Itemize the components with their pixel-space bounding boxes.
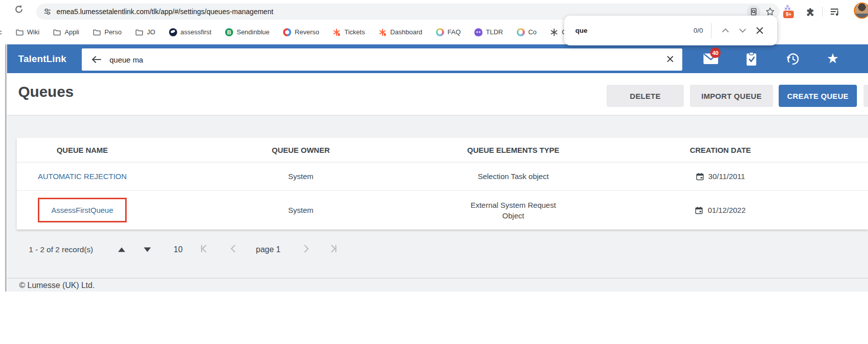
footer-copyright: © Lumesse (UK) Ltd. (19, 281, 95, 290)
bookmark-label: JO (147, 28, 155, 36)
bookmark-label: FAQ (448, 28, 461, 36)
bookmark-item-jo[interactable]: JO (135, 28, 155, 36)
bookmark-star-icon[interactable] (766, 7, 775, 16)
reverso-icon (283, 28, 291, 36)
bookmark-label: Wiki (27, 28, 40, 36)
back-arrow-icon[interactable] (91, 55, 102, 64)
column-header-queue-name[interactable]: QUEUE NAME (17, 146, 148, 154)
creation-date-text: 01/12/2022 (708, 206, 745, 214)
bookmark-item-co[interactable]: Co (517, 28, 537, 36)
bookmark-item-wiki[interactable]: Wiki (16, 28, 40, 36)
page-size-increase-icon[interactable] (118, 248, 125, 252)
bookmark-item-assessfirst[interactable]: assessfirst (169, 28, 211, 36)
table-header-row: QUEUE NAME QUEUE OWNER QUEUE ELEMENTS TY… (17, 138, 868, 162)
bookmark-label: Sendinblue (237, 28, 269, 36)
import-queue-button[interactable]: IMPORT QUEUE (690, 85, 773, 107)
reading-list-icon[interactable] (830, 7, 840, 16)
clear-search-icon[interactable] (666, 55, 674, 65)
bookmark-label: assessfirst (181, 28, 211, 36)
profile-avatar[interactable] (854, 3, 868, 19)
extension-notification-icon[interactable]: ⁂ 9+ (783, 4, 798, 19)
find-match-count: 0/0 (693, 27, 703, 34)
first-page-icon[interactable] (200, 243, 208, 256)
extension-badge-count: 9+ (783, 11, 794, 18)
creation-date-text: 30/11/2011 (709, 172, 745, 181)
bookmark-item-tickets[interactable]: Tickets (333, 28, 365, 36)
history-icon[interactable] (786, 44, 800, 73)
bookmark-label: TLDR (486, 28, 503, 36)
hubspot-sprocket-icon (378, 28, 387, 36)
queue-type-cell: Selection Task object (454, 172, 573, 181)
app-header: TalentLink queue ma 40 (7, 44, 868, 73)
table-row: AUTOMATIC REJECTION System Selection Tas… (17, 162, 868, 191)
color-ring-icon (517, 28, 525, 36)
creation-date-cell: 01/12/2022 (573, 206, 868, 214)
partial-button[interactable] (863, 85, 868, 107)
tasks-clipboard-icon[interactable] (746, 44, 757, 73)
last-page-icon[interactable] (330, 243, 338, 256)
bookmark-item-appli[interactable]: Appli (53, 28, 79, 36)
column-header-queue-elements-type[interactable]: QUEUE ELEMENTS TYPE (454, 146, 573, 154)
bookmark-label: Co (528, 28, 537, 36)
app-search-input[interactable]: queue ma (82, 48, 682, 71)
page-title: Queues (18, 83, 74, 100)
bookmark-label: Perso (104, 28, 122, 36)
page-size-value[interactable]: 10 (174, 245, 183, 254)
color-ring-icon (436, 28, 444, 36)
queue-type-cell: External System Request Object (469, 200, 558, 221)
window-edge-divider (5, 44, 7, 292)
current-page-label: page 1 (256, 245, 281, 254)
page-title-bar: Queues DELETE IMPORT QUEUE CREATE QUEUE (7, 73, 868, 116)
folder-icon (93, 28, 101, 36)
mail-badge-count: 40 (710, 47, 721, 58)
talentlink-logo[interactable]: TalentLink (18, 44, 67, 73)
bookmark-item-partial[interactable]: c (0, 28, 2, 36)
bookmark-item-reverso[interactable]: Reverso (283, 28, 319, 36)
queue-name-link[interactable]: AUTOMATIC REJECTION (38, 172, 127, 181)
globe-icon (169, 28, 177, 36)
bookmark-item-tldr[interactable]: TLDR (474, 28, 503, 36)
creation-date-cell: 30/11/2011 (573, 172, 868, 181)
url-text[interactable]: emea5.lumessetalentlink.com/tlk/app/#/se… (57, 8, 747, 16)
doc-search-icon (749, 8, 758, 16)
bookmark-item-dashboard[interactable]: Dashboard (378, 28, 422, 36)
page-size-decrease-icon[interactable] (144, 248, 151, 252)
find-close-icon[interactable] (751, 22, 768, 39)
bookmark-item-sendinblue[interactable]: B Sendinblue (225, 28, 269, 36)
bookmark-label: Tickets (344, 28, 365, 36)
column-header-queue-owner[interactable]: QUEUE OWNER (148, 146, 454, 154)
find-query-input[interactable]: que (575, 27, 693, 34)
reload-glyph (14, 5, 24, 14)
hubspot-sprocket-icon (333, 28, 341, 36)
table-row: AssessFirstQueue System External System … (17, 191, 868, 230)
chatgpt-knot-icon (550, 28, 558, 36)
find-bar-divider (711, 23, 712, 38)
favorites-star-icon[interactable]: ★ (827, 44, 839, 73)
toolbar-divider (822, 7, 823, 17)
bookmark-item-faq[interactable]: FAQ (436, 28, 461, 36)
bookmark-item-perso[interactable]: Perso (93, 28, 122, 36)
folder-icon (16, 28, 24, 36)
letter-b-icon: B (225, 28, 233, 36)
reload-icon[interactable] (14, 5, 24, 16)
column-header-creation-date[interactable]: CREATION DATE (573, 146, 868, 154)
delete-button[interactable]: DELETE (607, 85, 684, 107)
folder-icon (53, 28, 61, 36)
pagination-bar: 1 - 2 of 2 record(s) 10 page 1 (7, 237, 868, 262)
queue-owner-cell: System (148, 206, 454, 214)
find-next-icon[interactable] (734, 22, 751, 39)
site-settings-icon[interactable] (43, 8, 51, 16)
find-previous-icon[interactable] (717, 22, 734, 39)
bottom-whitespace (0, 292, 868, 344)
star-outline-glyph (766, 7, 775, 16)
queue-name-link[interactable]: AssessFirstQueue (51, 206, 114, 214)
create-queue-button[interactable]: CREATE QUEUE (779, 85, 857, 107)
app-search-value: queue ma (110, 55, 143, 64)
queues-table: QUEUE NAME QUEUE OWNER QUEUE ELEMENTS TY… (17, 138, 868, 230)
next-page-icon[interactable] (302, 243, 310, 256)
records-count: 1 - 2 of 2 record(s) (29, 245, 93, 254)
extensions-puzzle-icon[interactable] (805, 7, 815, 17)
previous-page-icon[interactable] (230, 243, 238, 256)
highlight-red-box: AssessFirstQueue (38, 198, 127, 222)
octopus-icon (474, 28, 482, 36)
